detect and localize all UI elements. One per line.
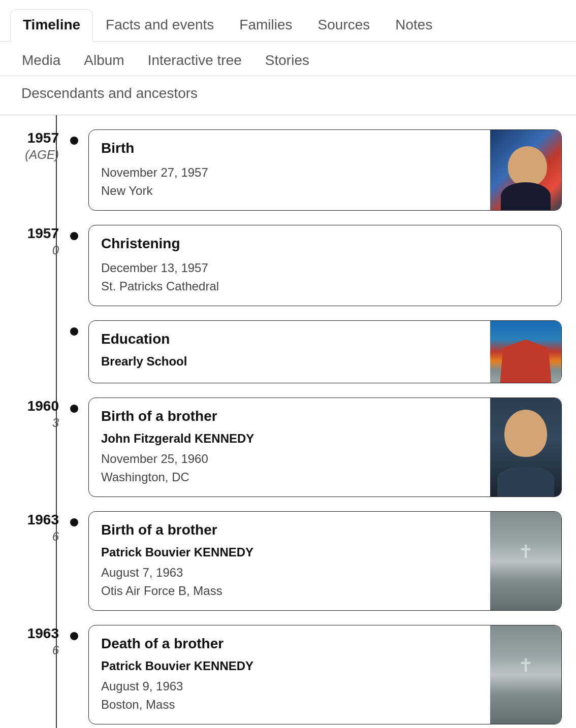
- timeline-item-birth: 1957 (AGE) Birth November 27, 1957 New Y…: [14, 129, 562, 211]
- event-card-brother-patrick-birth[interactable]: Birth of a brother Patrick Bouvier KENNE…: [88, 511, 562, 611]
- event-location: Otis Air Force B, Mass: [101, 582, 478, 600]
- tab-facts-events[interactable]: Facts and events: [93, 9, 227, 42]
- event-year: 1963: [14, 625, 59, 642]
- event-location: Washington, DC: [101, 468, 478, 486]
- tab-stories[interactable]: Stories: [253, 46, 321, 76]
- timeline-year-col: 1957 (AGE): [14, 129, 70, 162]
- event-location: New York: [101, 182, 478, 200]
- timeline-year-col: 1960 3: [14, 398, 70, 431]
- event-date: November 25, 1960: [101, 450, 478, 468]
- event-year: 1957: [14, 225, 59, 242]
- event-title: Birth: [101, 140, 478, 156]
- timeline-year-col: 1957 0: [14, 225, 70, 258]
- timeline-year-col: 1963 6: [14, 625, 70, 658]
- timeline-item-brother-jfk: 1960 3 Birth of a brother John Fitzgeral…: [14, 398, 562, 497]
- event-card-brother-jfk[interactable]: Birth of a brother John Fitzgerald KENNE…: [88, 398, 562, 497]
- timeline-item-education: Education Brearly School: [14, 320, 562, 383]
- timeline-item-brother-patrick-birth: 1963 6 Birth of a brother Patrick Bouvie…: [14, 511, 562, 611]
- grave-image: [490, 512, 561, 610]
- timeline-dot: [70, 405, 78, 413]
- event-age: 3: [14, 415, 59, 431]
- timeline-dot: [70, 327, 78, 336]
- event-title: Education: [101, 331, 478, 347]
- tab-sources[interactable]: Sources: [305, 9, 383, 42]
- building-image: [490, 321, 561, 383]
- event-subtitle: Brearly School: [101, 354, 478, 369]
- timeline-item-christening: 1957 0 Christening December 13, 1957 St.…: [14, 225, 562, 306]
- timeline-dot: [70, 632, 78, 640]
- event-location: Boston, Mass: [101, 696, 478, 714]
- event-year: 1960: [14, 398, 59, 415]
- timeline-dot: [70, 232, 78, 240]
- event-image: [490, 625, 561, 724]
- event-title: Birth of a brother: [101, 408, 478, 424]
- event-image: [490, 321, 561, 383]
- event-image: [490, 398, 561, 497]
- event-date: December 13, 1957: [101, 259, 549, 277]
- event-date: November 27, 1957: [101, 163, 478, 182]
- event-subtitle: John Fitzgerald KENNEDY: [101, 432, 478, 446]
- portrait-man-image: [490, 398, 561, 497]
- event-image: [490, 512, 561, 610]
- portrait-woman-image: [490, 130, 561, 210]
- event-age: 6: [14, 642, 59, 658]
- card-content: Birth of a brother Patrick Bouvier KENNE…: [89, 512, 490, 610]
- timeline-year-col: 1963 6: [14, 511, 70, 544]
- nav-tabs-row2: Media Album Interactive tree Stories: [0, 42, 576, 76]
- event-year: 1963: [14, 511, 59, 528]
- tab-interactive-tree[interactable]: Interactive tree: [136, 46, 253, 76]
- card-content: Birth November 27, 1957 New York: [89, 130, 490, 210]
- event-card-brother-patrick-death[interactable]: Death of a brother Patrick Bouvier KENNE…: [88, 625, 562, 724]
- card-content: Education Brearly School: [89, 321, 490, 383]
- tab-families[interactable]: Families: [227, 9, 305, 42]
- event-card-christening[interactable]: Christening December 13, 1957 St. Patric…: [88, 225, 562, 306]
- tab-descendants-ancestors[interactable]: Descendants and ancestors: [10, 80, 209, 108]
- timeline-dot: [70, 518, 78, 526]
- timeline-dot: [70, 137, 78, 145]
- tab-timeline[interactable]: Timeline: [10, 9, 93, 42]
- nav-tabs-row1: Timeline Facts and events Families Sourc…: [0, 0, 576, 42]
- tab-media[interactable]: Media: [10, 46, 72, 76]
- event-location: St. Patricks Cathedral: [101, 277, 549, 295]
- event-card-education[interactable]: Education Brearly School: [88, 320, 562, 383]
- event-subtitle: Patrick Bouvier KENNEDY: [101, 659, 478, 673]
- grave-image-2: [490, 625, 561, 724]
- card-content: Christening December 13, 1957 St. Patric…: [89, 225, 561, 306]
- event-subtitle: Patrick Bouvier KENNEDY: [101, 545, 478, 559]
- event-age: (AGE): [14, 147, 59, 162]
- event-year: 1957: [14, 129, 59, 147]
- event-age: 6: [14, 528, 59, 544]
- event-image: [490, 130, 561, 210]
- event-title: Christening: [101, 236, 549, 252]
- event-date: August 9, 1963: [101, 677, 478, 696]
- timeline-container: 1957 (AGE) Birth November 27, 1957 New Y…: [0, 115, 576, 728]
- event-date: August 7, 1963: [101, 564, 478, 582]
- card-content: Death of a brother Patrick Bouvier KENNE…: [89, 625, 490, 724]
- event-title: Birth of a brother: [101, 522, 478, 538]
- timeline-item-brother-patrick-death: 1963 6 Death of a brother Patrick Bouvie…: [14, 625, 562, 724]
- event-card-birth[interactable]: Birth November 27, 1957 New York: [88, 129, 562, 211]
- tab-notes[interactable]: Notes: [382, 9, 445, 42]
- nav-tabs-row3: Descendants and ancestors: [0, 76, 576, 115]
- event-title: Death of a brother: [101, 636, 478, 652]
- tab-album[interactable]: Album: [72, 46, 136, 76]
- event-age: 0: [14, 242, 59, 258]
- card-content: Birth of a brother John Fitzgerald KENNE…: [89, 398, 490, 497]
